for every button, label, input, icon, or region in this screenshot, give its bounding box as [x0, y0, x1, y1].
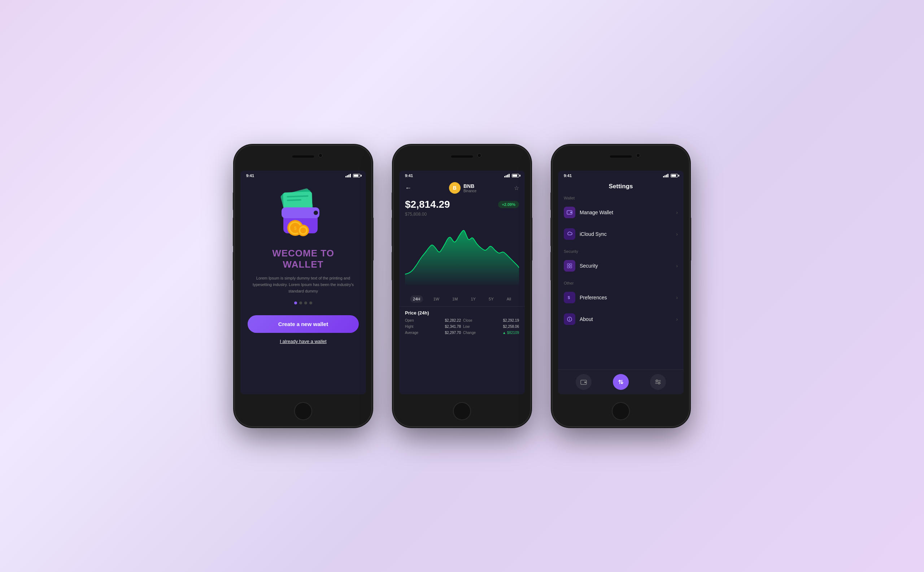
other-section-label: Other — [558, 281, 684, 285]
svg-rect-21 — [570, 266, 572, 268]
settings-title: Settings — [558, 183, 684, 190]
home-button-3[interactable] — [612, 402, 630, 420]
welcome-title: WECOME TO WALLET — [272, 248, 334, 270]
open-label: Open — [405, 319, 432, 322]
other-section: Other $ Preferences › i — [558, 281, 684, 330]
dot-1 — [294, 302, 297, 305]
tab-1y[interactable]: 1Y — [468, 295, 478, 303]
preferences-item[interactable]: $ Preferences › — [558, 287, 684, 308]
create-wallet-button[interactable]: Create a new wallet — [248, 315, 359, 333]
settings-nav-btn[interactable] — [650, 374, 666, 390]
status-time: 9:41 — [246, 174, 254, 178]
phone-speaker-3 — [610, 155, 632, 158]
icloud-sync-icon — [564, 228, 575, 240]
security-section-label: Security — [558, 249, 684, 253]
coin-exchange: Binance — [463, 189, 477, 193]
home-button-2[interactable] — [453, 402, 471, 420]
phone-welcome: 9:41 — [235, 145, 372, 427]
manage-wallet-icon — [564, 207, 575, 218]
phone-speaker-2 — [451, 155, 473, 158]
svg-text:$: $ — [294, 226, 297, 231]
wallet-illustration: $ — [274, 183, 332, 241]
coin-price: $2,814.29 — [405, 199, 450, 210]
wallet-section: Wallet Manage Wallet › — [558, 196, 684, 245]
phone-vol-up-btn-2 — [392, 218, 393, 246]
status-time-2: 9:41 — [405, 174, 413, 178]
phone-bnb-chart: 9:41 ← B BNB — [393, 145, 531, 427]
dot-2 — [299, 302, 302, 305]
svg-text:i: i — [569, 317, 570, 321]
phone-mute-btn — [233, 192, 234, 210]
avg-value: $2,297.70 — [434, 331, 461, 335]
page-dots — [294, 302, 312, 305]
close-label: Close — [463, 319, 490, 322]
battery-icon — [353, 174, 360, 177]
svg-rect-26 — [584, 382, 586, 383]
phone-settings: 9:41 Settings Wallet — [552, 145, 689, 427]
battery-icon-2 — [512, 174, 519, 177]
icloud-sync-label: iCloud Sync — [580, 231, 676, 237]
change-value: ▲ $82109 — [492, 331, 519, 335]
status-icons-2 — [504, 174, 519, 177]
security-section: Security Security › — [558, 249, 684, 277]
tab-5y[interactable]: 5Y — [486, 295, 496, 303]
high-label: Hight — [405, 325, 432, 328]
status-bar: 9:41 — [240, 171, 366, 179]
svg-rect-17 — [570, 212, 572, 213]
preferences-label: Preferences — [580, 295, 676, 300]
phone-camera-2 — [477, 153, 481, 158]
change-label: Change — [463, 331, 490, 335]
low-label: Low — [463, 325, 490, 328]
phone-power-btn-3 — [690, 218, 691, 261]
divider — [399, 306, 525, 306]
manage-wallet-label: Manage Wallet — [580, 210, 676, 215]
welcome-content: $ WECOME TO WALLET Lorem Ipsum is simply… — [240, 179, 366, 394]
security-item[interactable]: Security › — [558, 255, 684, 277]
phone-vol-down-btn-2 — [392, 252, 393, 281]
battery-icon-3 — [671, 174, 678, 177]
home-button[interactable] — [294, 402, 312, 420]
tab-1m[interactable]: 1M — [449, 295, 461, 303]
icloud-sync-chevron: › — [676, 231, 678, 237]
manage-wallet-item[interactable]: Manage Wallet › — [558, 202, 684, 223]
exchange-nav-btn[interactable] — [613, 374, 629, 390]
signal-icon-3 — [663, 174, 668, 177]
tab-all[interactable]: All — [504, 295, 514, 303]
settings-content: Settings Wallet Manage Wallet › — [558, 179, 684, 394]
bnb-logo: B — [449, 182, 461, 194]
svg-point-31 — [658, 382, 660, 384]
dot-4 — [309, 302, 312, 305]
manage-wallet-chevron: › — [676, 210, 678, 215]
back-arrow-icon[interactable]: ← — [405, 184, 411, 192]
tab-1w[interactable]: 1W — [430, 295, 442, 303]
already-have-wallet-link[interactable]: I already have a wallet — [280, 339, 326, 344]
dot-3 — [304, 302, 307, 305]
price-row: $2,814.29 +2.09% — [405, 199, 519, 210]
status-icons-3 — [663, 174, 678, 177]
svg-point-30 — [656, 380, 658, 381]
tab-24h[interactable]: 24H — [410, 295, 423, 303]
about-item[interactable]: i About › — [558, 308, 684, 330]
phone-vol-up-btn-3 — [550, 218, 552, 246]
favorite-icon[interactable]: ☆ — [514, 185, 519, 191]
phone-power-btn — [372, 218, 374, 261]
bnb-name-block: BNB Binance — [463, 183, 477, 193]
preferences-icon: $ — [564, 292, 575, 303]
coin-name: BNB — [463, 183, 477, 189]
phone-camera-3 — [636, 153, 640, 158]
bnb-screen: 9:41 ← B BNB — [399, 171, 525, 394]
status-bar-2: 9:41 — [399, 171, 525, 179]
welcome-description: Lorem Ipsum is simply dummy text of the … — [248, 275, 359, 294]
signal-icon-2 — [504, 174, 510, 177]
phone-vol-down-btn — [233, 252, 234, 281]
about-chevron: › — [676, 316, 678, 322]
settings-screen: 9:41 Settings Wallet — [558, 171, 684, 394]
wallet-nav-btn[interactable] — [576, 374, 592, 390]
phone-speaker — [292, 155, 314, 158]
bnb-content: ← B BNB Binance ☆ $2,814.29 +2.09% $75,8… — [399, 179, 525, 394]
icloud-sync-item[interactable]: iCloud Sync › — [558, 223, 684, 245]
svg-point-8 — [314, 211, 318, 215]
svg-rect-18 — [567, 264, 569, 266]
svg-rect-20 — [567, 266, 569, 268]
preferences-chevron: › — [676, 295, 678, 300]
